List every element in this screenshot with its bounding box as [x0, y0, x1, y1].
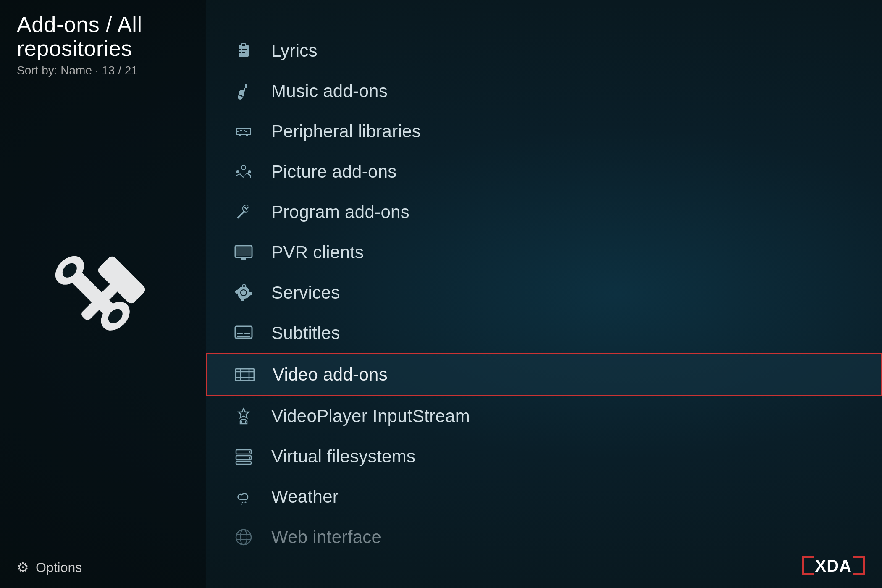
video-addons-label: Video add-ons [273, 365, 388, 385]
menu-item-subtitles[interactable]: Subtitles [206, 313, 882, 353]
web-interface-label: Web interface [271, 527, 381, 547]
subtitles-label: Subtitles [271, 323, 340, 343]
svg-line-31 [244, 504, 244, 504]
header: Add-ons / All repositories Sort by: Name… [0, 0, 206, 86]
music-addons-label: Music add-ons [271, 81, 388, 101]
menu-item-lyrics[interactable]: Lyrics [206, 31, 882, 71]
menu-item-peripheral-libraries[interactable]: Peripheral libraries [206, 111, 882, 152]
pvr-clients-icon [231, 240, 256, 265]
menu-item-pvr-clients[interactable]: PVR clients [206, 232, 882, 273]
videoplayer-inputstream-icon [231, 404, 256, 429]
weather-icon [231, 484, 256, 509]
svg-rect-8 [241, 258, 246, 260]
svg-rect-13 [244, 333, 250, 334]
svg-rect-12 [237, 333, 243, 334]
page-subtitle: Sort by: Name · 13 / 21 [17, 64, 189, 77]
xda-text: XDA [815, 556, 852, 575]
virtual-filesystems-icon [231, 444, 256, 469]
svg-line-29 [245, 502, 246, 503]
xda-logo: XDA [802, 556, 865, 575]
bottom-options-bar[interactable]: ⚙ Options [0, 547, 206, 588]
menu-item-services[interactable]: Services [206, 273, 882, 313]
menu-item-music-addons[interactable]: Music add-ons [206, 71, 882, 111]
menu-item-videoplayer-inputstream[interactable]: VideoPlayer InputStream [206, 396, 882, 436]
icon-area [0, 86, 206, 547]
services-label: Services [271, 283, 340, 303]
right-panel: Lyrics Music add-ons Peripheral librarie… [206, 0, 882, 588]
lyrics-icon [231, 38, 256, 63]
left-panel: Add-ons / All repositories Sort by: Name… [0, 0, 206, 588]
svg-point-32 [236, 530, 251, 545]
picture-addons-icon [231, 159, 256, 184]
menu-item-program-addons[interactable]: Program add-ons [206, 192, 882, 232]
xda-bracket-right [853, 556, 865, 575]
tools-icon [44, 245, 162, 362]
xda-bracket-left [802, 556, 814, 575]
svg-point-25 [249, 451, 250, 453]
weather-label: Weather [271, 487, 339, 507]
menu-item-weather[interactable]: Weather [206, 477, 882, 517]
svg-rect-24 [236, 462, 251, 464]
picture-addons-label: Picture add-ons [271, 162, 397, 182]
options-label: Options [36, 560, 82, 575]
services-icon [231, 280, 256, 305]
svg-rect-10 [236, 247, 251, 256]
svg-line-28 [244, 502, 244, 503]
lyrics-label: Lyrics [271, 41, 318, 61]
svg-rect-15 [236, 369, 254, 381]
svg-rect-14 [237, 336, 250, 337]
menu-item-web-interface[interactable]: Web interface [206, 517, 882, 557]
music-addons-icon [231, 79, 256, 104]
virtual-filesystems-label: Virtual filesystems [271, 446, 415, 467]
svg-point-33 [240, 530, 247, 545]
peripheral-libraries-label: Peripheral libraries [271, 121, 421, 142]
page-title: Add-ons / All repositories [17, 13, 189, 60]
svg-point-26 [249, 457, 250, 459]
menu-item-virtual-filesystems[interactable]: Virtual filesystems [206, 436, 882, 477]
svg-line-27 [242, 502, 243, 503]
pvr-clients-label: PVR clients [271, 242, 364, 262]
video-addons-icon [232, 362, 257, 387]
videoplayer-inputstream-label: VideoPlayer InputStream [271, 406, 470, 426]
web-interface-icon [231, 525, 256, 550]
svg-line-30 [241, 504, 242, 504]
peripheral-libraries-icon [231, 119, 256, 144]
program-addons-label: Program add-ons [271, 202, 410, 222]
menu-item-video-addons[interactable]: Video add-ons [206, 353, 882, 396]
options-icon: ⚙ [17, 559, 29, 575]
subtitles-icon [231, 320, 256, 346]
program-addons-icon [231, 200, 256, 225]
menu-item-picture-addons[interactable]: Picture add-ons [206, 152, 882, 192]
svg-rect-9 [239, 260, 248, 260]
